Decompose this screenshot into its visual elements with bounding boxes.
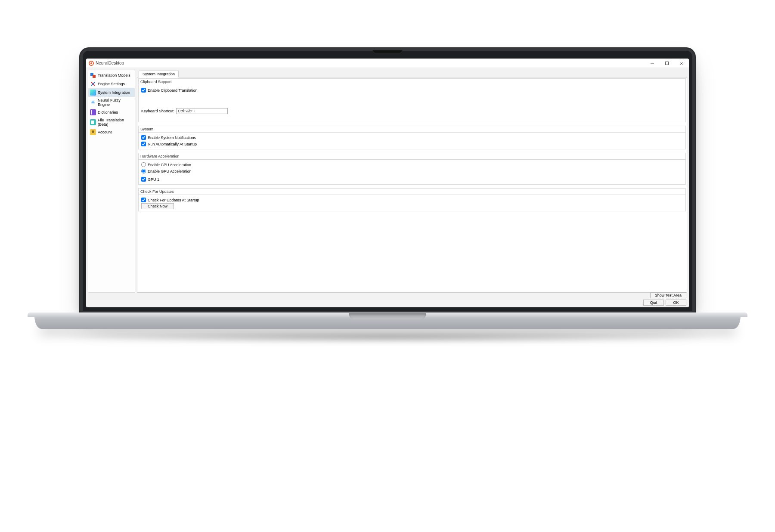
settings-panel: Clipboard Support Enable Clipboard Trans… xyxy=(137,77,687,293)
radio-label: Enable GPU Acceleration xyxy=(148,169,192,173)
check-now-button[interactable]: Check Now xyxy=(141,203,174,209)
check-updates-at-startup[interactable]: Check For Updates At Startup xyxy=(141,197,683,203)
group-system: System Enable System Notifications Run A… xyxy=(138,126,686,149)
sidebar-item-account[interactable]: Account xyxy=(88,128,135,136)
enable-clipboard-translation[interactable]: Enable Clipboard Translation xyxy=(141,87,683,93)
file-translation-icon xyxy=(90,119,96,125)
sidebar-item-label: Dictionaries xyxy=(98,110,118,114)
spacer xyxy=(141,93,683,108)
enable-gpu-acceleration[interactable]: Enable GPU Acceleration xyxy=(141,168,683,174)
sidebar-item-label: File Translation (Beta) xyxy=(98,118,133,127)
checkbox-label: GPU 1 xyxy=(148,177,159,182)
close-button[interactable] xyxy=(674,59,689,68)
stage: NeuralDesktop xyxy=(0,0,775,532)
laptop-notch xyxy=(349,313,426,319)
main-area: System Integration Clipboard Support Ena… xyxy=(137,70,687,293)
group-title: Hardware Acceleration xyxy=(139,153,685,160)
maximize-button[interactable] xyxy=(660,59,674,68)
account-icon xyxy=(90,129,96,135)
sidebar-item-system-integration[interactable]: System Integration xyxy=(88,88,135,97)
svg-rect-1 xyxy=(666,62,669,65)
ok-button[interactable]: OK xyxy=(666,300,686,306)
group-title: Check For Updates xyxy=(139,189,685,195)
engine-settings-icon xyxy=(90,81,96,87)
minimize-button[interactable] xyxy=(645,59,660,68)
enable-cpu-acceleration[interactable]: Enable CPU Acceleration xyxy=(141,161,683,168)
app-icon xyxy=(89,61,94,66)
sidebar-item-neural-fuzzy-engine[interactable]: Neural Fuzzy Engine xyxy=(88,97,135,108)
sidebar-item-label: Neural Fuzzy Engine xyxy=(98,98,133,107)
enable-system-notifications[interactable]: Enable System Notifications xyxy=(141,134,683,141)
footer: Show Test Area Quit OK xyxy=(86,294,689,307)
group-title: Clipboard Support xyxy=(139,79,685,85)
window-body: Translation Models Engine Settings Syste… xyxy=(86,68,689,294)
keyboard-shortcut-label: Keyboard Shortcut: xyxy=(141,109,174,113)
sidebar-item-label: Account xyxy=(98,130,112,134)
quit-button[interactable]: Quit xyxy=(643,300,664,306)
tab-bar: System Integration xyxy=(137,70,687,77)
sidebar: Translation Models Engine Settings Syste… xyxy=(88,70,135,293)
window-buttons xyxy=(645,59,689,68)
sidebar-item-label: System Integration xyxy=(98,90,130,95)
check-updates-startup-checkbox[interactable] xyxy=(141,198,146,202)
group-check-for-updates: Check For Updates Check For Updates At S… xyxy=(138,188,686,211)
neural-fuzzy-icon xyxy=(90,99,96,105)
gpu-1-checkbox[interactable] xyxy=(141,177,146,182)
system-integration-icon xyxy=(90,90,96,96)
group-hardware-acceleration: Hardware Acceleration Enable CPU Acceler… xyxy=(138,153,686,185)
show-test-area-button[interactable]: Show Test Area xyxy=(650,292,686,298)
sidebar-item-file-translation[interactable]: File Translation (Beta) xyxy=(88,117,135,128)
run-at-startup-checkbox[interactable] xyxy=(141,142,146,146)
group-title: System xyxy=(139,126,685,133)
enable-notifications-checkbox[interactable] xyxy=(141,135,146,140)
laptop-shadow xyxy=(47,331,728,343)
tab-system-integration[interactable]: System Integration xyxy=(139,71,179,77)
gpu-accel-radio[interactable] xyxy=(141,169,146,173)
sidebar-item-label: Engine Settings xyxy=(98,82,125,86)
keyboard-shortcut-input[interactable] xyxy=(176,108,228,114)
titlebar: NeuralDesktop xyxy=(86,59,689,68)
checkbox-label: Enable System Notifications xyxy=(148,136,196,140)
sidebar-item-label: Translation Models xyxy=(98,73,130,77)
dictionaries-icon xyxy=(90,109,96,115)
run-at-startup[interactable]: Run Automatically At Startup xyxy=(141,141,683,147)
sidebar-item-dictionaries[interactable]: Dictionaries xyxy=(88,108,135,117)
checkbox-label: Run Automatically At Startup xyxy=(148,142,197,146)
app-window: NeuralDesktop xyxy=(86,59,689,307)
sidebar-item-translation-models[interactable]: Translation Models xyxy=(88,71,135,80)
laptop-lid: NeuralDesktop xyxy=(79,47,696,314)
laptop-base xyxy=(34,313,741,329)
window-title: NeuralDesktop xyxy=(96,61,124,65)
enable-clipboard-checkbox[interactable] xyxy=(141,88,146,93)
translation-models-icon xyxy=(90,72,96,78)
cpu-accel-radio[interactable] xyxy=(141,162,146,167)
checkbox-label: Enable Clipboard Translation xyxy=(148,88,198,93)
gpu-1-option[interactable]: GPU 1 xyxy=(141,176,683,182)
sidebar-item-engine-settings[interactable]: Engine Settings xyxy=(88,80,135,88)
group-clipboard-support: Clipboard Support Enable Clipboard Trans… xyxy=(138,78,686,122)
checkbox-label: Check For Updates At Startup xyxy=(148,198,199,202)
laptop-camera xyxy=(372,50,403,53)
radio-label: Enable CPU Acceleration xyxy=(148,163,191,167)
